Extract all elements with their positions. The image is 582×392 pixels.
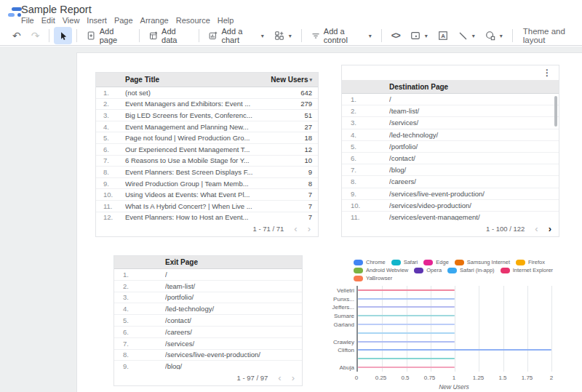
data-studio-app: Sample Report FileEditViewInsertPageArra… (0, 0, 582, 392)
table-destination-page[interactable]: ⋮ Destination Page 1. / 2. / (341, 65, 559, 237)
table-row: 11. What Is A Hybrid Concert? | When Liv… (96, 201, 318, 212)
bar[interactable] (358, 349, 551, 351)
table-page-title[interactable]: Page Title New Users ▾ 1. (not set) 642 (95, 72, 319, 237)
prev-page-icon[interactable]: ‹ (535, 224, 538, 233)
prev-page-icon[interactable]: ‹ (294, 224, 297, 233)
menu-item[interactable]: File (17, 16, 38, 25)
table-row: 10. Using Videos at Events: What Event P… (96, 189, 318, 201)
pagination-range: 1 - 100 / 122 (486, 225, 525, 233)
table-header-row: Page Title New Users ▾ (96, 73, 318, 87)
row-index: 9. (96, 180, 125, 188)
legend-item[interactable]: Internet Explorer (501, 267, 553, 273)
legend-item[interactable]: Samsung Internet (455, 259, 510, 265)
legend-item[interactable]: Firefox (516, 259, 545, 265)
legend-item[interactable]: YaBrowser (354, 275, 392, 281)
legend-swatch (354, 260, 363, 265)
legend-item[interactable]: Safari (391, 259, 418, 265)
table-row: 5. /portfolio/ (342, 141, 559, 153)
bar[interactable] (358, 298, 455, 300)
bar[interactable] (358, 306, 455, 308)
legend-item[interactable]: Chrome (354, 259, 386, 265)
column-header-page-title[interactable]: Page Title (96, 76, 271, 84)
more-options-icon[interactable]: ⋮ (543, 68, 551, 78)
add-data-label: Add data (162, 27, 189, 44)
legend-item[interactable]: Edge (423, 259, 449, 265)
scrollbar[interactable] (554, 96, 557, 127)
menu-item[interactable]: Resource (172, 16, 214, 25)
row-index: 4. (342, 131, 389, 139)
table-exit-page[interactable]: Exit Page 1. / 2. /team-list/ (113, 255, 303, 386)
add-control-label: Add a control (324, 27, 364, 44)
table-row: 8. /careers/ (342, 176, 559, 188)
insert-line-button[interactable]: ▾ (453, 27, 480, 44)
add-page-label: Add page (100, 27, 129, 44)
row-destination-page: /portfolio/ (389, 143, 559, 151)
menu-item[interactable]: Edit (38, 16, 59, 25)
menu-item[interactable]: Help (214, 16, 238, 25)
table-row: 2. Event Managers and Exhibitors: Event … (96, 99, 318, 111)
row-new-users: 8 (280, 180, 318, 188)
add-chart-icon (209, 31, 218, 41)
row-index: 6. (114, 328, 165, 336)
undo-button[interactable]: ↶ (7, 27, 26, 44)
legend-item[interactable]: Opera (414, 267, 442, 273)
column-header-destination-page[interactable]: Destination Page (342, 83, 448, 91)
menu-item[interactable]: Insert (83, 16, 111, 25)
insert-text-button[interactable]: A (433, 27, 453, 44)
insert-image-button[interactable]: ▾ (405, 27, 433, 44)
legend-swatch (447, 268, 457, 273)
next-page-icon[interactable]: › (308, 224, 311, 233)
report-canvas[interactable]: Page Title New Users ▾ 1. (not set) 642 (76, 52, 582, 392)
row-destination-page: / (389, 95, 559, 103)
menu-item[interactable]: Arrange (137, 16, 172, 25)
bar[interactable] (358, 367, 455, 368)
row-index: 3. (342, 119, 389, 127)
add-page-button[interactable]: Add page (81, 27, 134, 44)
menu-item[interactable]: View (59, 16, 84, 25)
row-new-users: 279 (280, 100, 318, 108)
chart-rows: Velletri Punxs... Jeffers... (358, 286, 551, 372)
row-index: 7. (342, 166, 389, 174)
embed-code-button[interactable]: <> (386, 27, 405, 44)
table-row: 9. /services/live-event-production/ (342, 188, 559, 200)
column-header-new-users[interactable]: New Users ▾ (271, 76, 318, 84)
bar[interactable] (358, 341, 455, 343)
column-header-exit-page[interactable]: Exit Page (114, 258, 198, 266)
bar[interactable] (358, 315, 455, 316)
redo-button[interactable]: ↷ (26, 27, 45, 44)
next-page-icon[interactable]: › (549, 224, 551, 233)
row-index: 2. (114, 282, 165, 290)
bar[interactable] (358, 324, 455, 325)
bar[interactable] (358, 358, 455, 359)
bar-chart-new-users[interactable]: Chrome Safari Edge (330, 257, 582, 392)
bar[interactable] (358, 332, 455, 334)
community-visualizations-button[interactable]: ▾ (269, 27, 297, 44)
code-icon: <> (391, 31, 400, 41)
theme-and-layout-button[interactable]: Theme and layout (517, 27, 582, 44)
x-tick-label: 1.25 (473, 375, 485, 381)
legend-label: Opera (426, 267, 442, 273)
prev-page-icon[interactable]: ‹ (278, 373, 281, 383)
legend-item[interactable]: Android Webview (354, 267, 408, 273)
menu-item[interactable]: Page (111, 16, 137, 25)
row-new-users: 10 (280, 156, 318, 164)
add-control-button[interactable]: Add a control ▾ (306, 27, 377, 44)
add-chart-button[interactable]: Add a chart ▾ (204, 27, 268, 44)
row-index: 8. (114, 351, 165, 359)
next-page-icon[interactable]: › (292, 373, 295, 383)
legend-item[interactable]: Safari (in-app) (447, 267, 495, 273)
report-title[interactable]: Sample Report (21, 4, 92, 15)
insert-shape-button[interactable]: ▾ (480, 27, 508, 44)
row-index: 2. (342, 107, 389, 115)
row-index: 5. (96, 134, 125, 142)
table-row: 6. Our Experienced Event Management T...… (96, 144, 318, 156)
row-exit-page: /services/live-event-production/ (165, 351, 302, 359)
select-tool-button[interactable] (54, 27, 72, 44)
row-page-title: Event Managers and Exhibitors: Event ... (125, 100, 280, 108)
chart-row: Crawley (358, 337, 551, 346)
row-index: 2. (96, 100, 125, 108)
pagination-range: 1 - 97 / 97 (237, 374, 268, 382)
add-data-button[interactable]: Add data (144, 27, 195, 44)
row-page-title: (not set) (125, 89, 280, 97)
bar[interactable] (358, 289, 455, 291)
